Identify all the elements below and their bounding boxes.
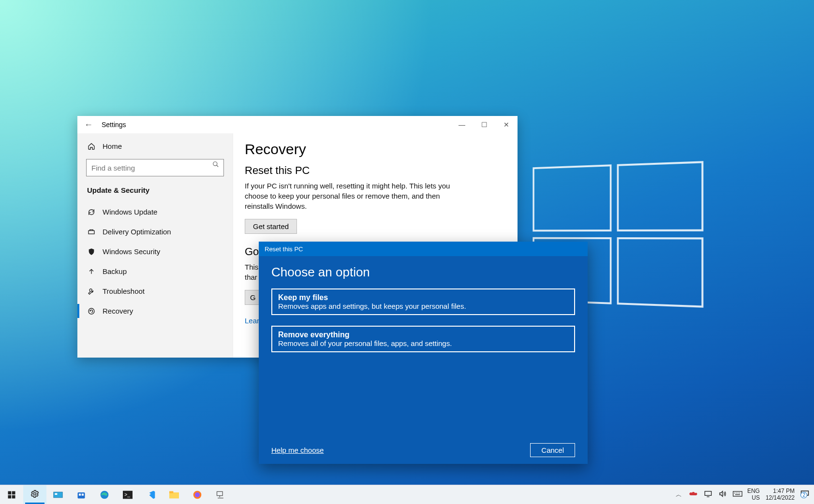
dialog-title: Reset this PC — [259, 242, 588, 256]
tray-chevron-icon[interactable]: ︿ — [675, 490, 683, 499]
tray-volume-icon[interactable] — [718, 490, 727, 499]
option-subtitle: Removes apps and settings, but keeps you… — [278, 302, 568, 310]
taskbar-app-taskview[interactable] — [46, 485, 70, 504]
taskbar-app-settings[interactable] — [23, 485, 46, 504]
close-button[interactable]: ✕ — [495, 116, 518, 133]
svg-rect-5 — [8, 495, 12, 498]
back-button[interactable]: ← — [84, 120, 93, 129]
reset-pc-dialog: Reset this PC Choose an option Keep my f… — [259, 242, 588, 464]
sidebar-item-label: Troubleshoot — [103, 287, 145, 295]
notification-badge: 2 — [800, 492, 807, 498]
settings-sidebar: Home Update & Security Windows Update — [77, 133, 233, 358]
sidebar-item-delivery-optimization[interactable]: Delivery Optimization — [77, 222, 233, 242]
option-remove-everything[interactable]: Remove everything Removes all of your pe… — [271, 326, 575, 352]
svg-rect-11 — [79, 493, 81, 495]
desktop-background: ← Settings — ☐ ✕ Home — [0, 0, 814, 504]
sidebar-search[interactable] — [86, 159, 224, 176]
sidebar-item-backup[interactable]: Backup — [77, 261, 233, 281]
sidebar-item-windows-security[interactable]: Windows Security — [77, 242, 233, 261]
svg-point-7 — [34, 493, 36, 495]
taskbar-app-firefox[interactable] — [186, 485, 209, 504]
tray-keyboard-icon[interactable] — [733, 491, 741, 498]
svg-rect-3 — [8, 491, 12, 494]
get-started-button[interactable]: Get started — [245, 219, 297, 234]
search-icon — [212, 161, 219, 170]
sidebar-item-label: Windows Update — [103, 208, 157, 216]
tray-clock[interactable]: 1:47 PM 12/14/2022 — [766, 488, 795, 501]
option-subtitle: Removes all of your personal files, apps… — [278, 339, 568, 347]
svg-text:>_: >_ — [124, 492, 130, 497]
taskbar-app-terminal[interactable]: >_ — [116, 485, 139, 504]
svg-rect-1 — [89, 230, 94, 234]
maximize-button[interactable]: ☐ — [473, 116, 495, 133]
sidebar-item-label: Delivery Optimization — [103, 228, 171, 236]
home-icon — [87, 143, 96, 150]
minimize-button[interactable]: — — [451, 116, 473, 133]
recovery-icon — [87, 307, 96, 315]
svg-rect-12 — [82, 493, 84, 495]
tray-notifications-icon[interactable]: 2 — [800, 490, 809, 499]
svg-point-0 — [213, 162, 217, 166]
tray-display-icon[interactable] — [704, 490, 712, 499]
svg-rect-17 — [169, 491, 173, 493]
sync-icon — [87, 208, 96, 216]
sidebar-group-header: Update & Security — [77, 179, 233, 202]
taskbar-app-explorer[interactable] — [163, 485, 186, 504]
sidebar-item-troubleshoot[interactable]: Troubleshoot — [77, 281, 233, 301]
taskbar-app-generic[interactable] — [209, 485, 232, 504]
sidebar-item-recovery[interactable]: Recovery — [77, 301, 233, 321]
section-heading: Reset this PC — [245, 164, 506, 177]
start-button[interactable] — [0, 485, 23, 504]
tray-onedrive-icon[interactable] — [689, 491, 698, 498]
wrench-icon — [87, 288, 96, 295]
svg-rect-6 — [12, 495, 15, 498]
sidebar-item-label: Recovery — [103, 307, 133, 315]
sidebar-item-label: Windows Security — [103, 247, 160, 256]
svg-rect-20 — [217, 491, 223, 495]
sidebar-home[interactable]: Home — [77, 136, 233, 156]
svg-rect-22 — [733, 491, 742, 496]
taskbar-app-store[interactable] — [70, 485, 93, 504]
option-title: Keep my files — [278, 293, 568, 302]
backup-icon — [87, 268, 96, 275]
help-me-choose-link[interactable]: Help me choose — [271, 446, 324, 454]
sidebar-item-label: Backup — [103, 267, 127, 275]
cancel-button[interactable]: Cancel — [530, 443, 575, 457]
sidebar-item-windows-update[interactable]: Windows Update — [77, 202, 233, 222]
svg-rect-4 — [12, 491, 15, 494]
tray-language[interactable]: ENG US — [747, 488, 760, 501]
delivery-icon — [87, 228, 96, 236]
dialog-heading: Choose an option — [271, 265, 575, 280]
gear-icon — [30, 489, 40, 500]
svg-point-19 — [195, 492, 200, 497]
learn-link-partial[interactable]: Lear — [245, 317, 259, 325]
taskbar-app-vscode[interactable] — [139, 485, 163, 504]
option-title: Remove everything — [278, 331, 568, 339]
svg-point-2 — [89, 308, 94, 314]
section-description: If your PC isn't running well, resetting… — [245, 181, 467, 211]
svg-rect-16 — [169, 492, 179, 499]
shield-icon — [87, 248, 96, 256]
page-heading: Recovery — [245, 141, 506, 158]
option-keep-my-files[interactable]: Keep my files Removes apps and settings,… — [271, 288, 575, 315]
svg-rect-10 — [78, 492, 85, 499]
window-title: Settings — [102, 121, 126, 129]
sidebar-home-label: Home — [103, 142, 122, 150]
svg-rect-9 — [55, 493, 57, 494]
taskbar-app-edge[interactable] — [93, 485, 116, 504]
svg-rect-21 — [705, 491, 711, 496]
taskbar: >_ ︿ ENG — [0, 485, 814, 504]
